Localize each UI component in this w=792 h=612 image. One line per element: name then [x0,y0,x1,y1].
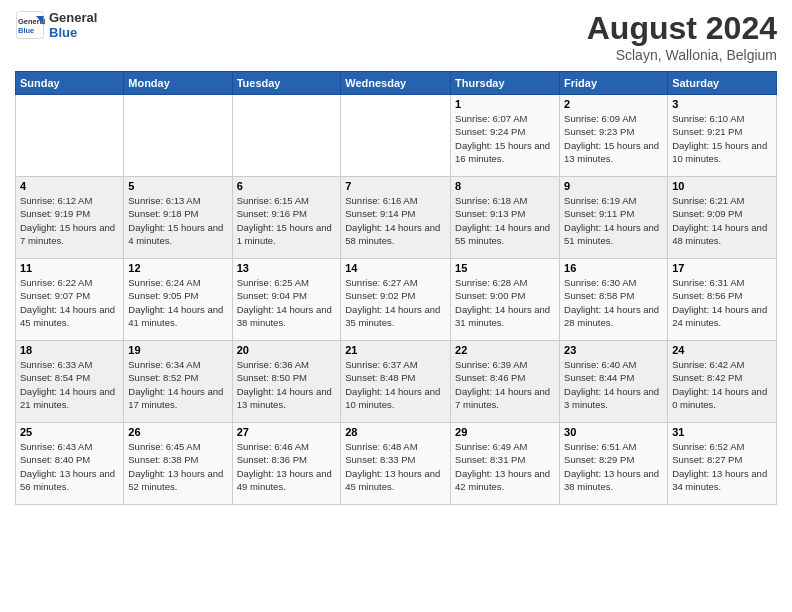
calendar-cell [124,95,232,177]
calendar-header: SundayMondayTuesdayWednesdayThursdayFrid… [16,72,777,95]
calendar-cell: 7Sunrise: 6:16 AM Sunset: 9:14 PM Daylig… [341,177,451,259]
day-number: 4 [20,180,119,192]
day-number: 16 [564,262,663,274]
day-number: 23 [564,344,663,356]
page: General Blue General Blue August 2024 Sc… [0,0,792,612]
calendar-cell: 15Sunrise: 6:28 AM Sunset: 9:00 PM Dayli… [451,259,560,341]
calendar-cell: 22Sunrise: 6:39 AM Sunset: 8:46 PM Dayli… [451,341,560,423]
day-info: Sunrise: 6:36 AM Sunset: 8:50 PM Dayligh… [237,358,337,411]
svg-text:Blue: Blue [18,26,34,35]
day-number: 1 [455,98,555,110]
day-info: Sunrise: 6:15 AM Sunset: 9:16 PM Dayligh… [237,194,337,247]
day-number: 22 [455,344,555,356]
day-info: Sunrise: 6:12 AM Sunset: 9:19 PM Dayligh… [20,194,119,247]
subtitle: Sclayn, Wallonia, Belgium [587,47,777,63]
day-info: Sunrise: 6:18 AM Sunset: 9:13 PM Dayligh… [455,194,555,247]
calendar-cell: 26Sunrise: 6:45 AM Sunset: 8:38 PM Dayli… [124,423,232,505]
logo-blue: Blue [49,25,97,40]
calendar-cell: 29Sunrise: 6:49 AM Sunset: 8:31 PM Dayli… [451,423,560,505]
day-info: Sunrise: 6:33 AM Sunset: 8:54 PM Dayligh… [20,358,119,411]
calendar-cell: 6Sunrise: 6:15 AM Sunset: 9:16 PM Daylig… [232,177,341,259]
day-info: Sunrise: 6:13 AM Sunset: 9:18 PM Dayligh… [128,194,227,247]
calendar-cell: 20Sunrise: 6:36 AM Sunset: 8:50 PM Dayli… [232,341,341,423]
day-info: Sunrise: 6:34 AM Sunset: 8:52 PM Dayligh… [128,358,227,411]
day-info: Sunrise: 6:25 AM Sunset: 9:04 PM Dayligh… [237,276,337,329]
calendar-cell: 18Sunrise: 6:33 AM Sunset: 8:54 PM Dayli… [16,341,124,423]
day-info: Sunrise: 6:28 AM Sunset: 9:00 PM Dayligh… [455,276,555,329]
day-info: Sunrise: 6:07 AM Sunset: 9:24 PM Dayligh… [455,112,555,165]
day-info: Sunrise: 6:51 AM Sunset: 8:29 PM Dayligh… [564,440,663,493]
calendar-cell: 25Sunrise: 6:43 AM Sunset: 8:40 PM Dayli… [16,423,124,505]
day-info: Sunrise: 6:40 AM Sunset: 8:44 PM Dayligh… [564,358,663,411]
calendar-cell: 4Sunrise: 6:12 AM Sunset: 9:19 PM Daylig… [16,177,124,259]
logo: General Blue General Blue [15,10,97,40]
day-info: Sunrise: 6:49 AM Sunset: 8:31 PM Dayligh… [455,440,555,493]
day-number: 11 [20,262,119,274]
calendar-cell: 17Sunrise: 6:31 AM Sunset: 8:56 PM Dayli… [668,259,777,341]
calendar-cell: 5Sunrise: 6:13 AM Sunset: 9:18 PM Daylig… [124,177,232,259]
logo-general: General [49,10,97,25]
day-info: Sunrise: 6:09 AM Sunset: 9:23 PM Dayligh… [564,112,663,165]
weekday-sunday: Sunday [16,72,124,95]
day-info: Sunrise: 6:52 AM Sunset: 8:27 PM Dayligh… [672,440,772,493]
calendar-week-4: 18Sunrise: 6:33 AM Sunset: 8:54 PM Dayli… [16,341,777,423]
day-info: Sunrise: 6:31 AM Sunset: 8:56 PM Dayligh… [672,276,772,329]
day-info: Sunrise: 6:39 AM Sunset: 8:46 PM Dayligh… [455,358,555,411]
day-info: Sunrise: 6:10 AM Sunset: 9:21 PM Dayligh… [672,112,772,165]
calendar-cell [16,95,124,177]
calendar-cell: 3Sunrise: 6:10 AM Sunset: 9:21 PM Daylig… [668,95,777,177]
weekday-thursday: Thursday [451,72,560,95]
day-info: Sunrise: 6:46 AM Sunset: 8:36 PM Dayligh… [237,440,337,493]
day-number: 12 [128,262,227,274]
weekday-friday: Friday [560,72,668,95]
calendar-cell: 9Sunrise: 6:19 AM Sunset: 9:11 PM Daylig… [560,177,668,259]
calendar-week-1: 1Sunrise: 6:07 AM Sunset: 9:24 PM Daylig… [16,95,777,177]
day-number: 6 [237,180,337,192]
calendar-cell: 28Sunrise: 6:48 AM Sunset: 8:33 PM Dayli… [341,423,451,505]
day-number: 26 [128,426,227,438]
day-number: 18 [20,344,119,356]
day-number: 9 [564,180,663,192]
calendar-cell [341,95,451,177]
day-info: Sunrise: 6:45 AM Sunset: 8:38 PM Dayligh… [128,440,227,493]
calendar-cell: 31Sunrise: 6:52 AM Sunset: 8:27 PM Dayli… [668,423,777,505]
calendar-body: 1Sunrise: 6:07 AM Sunset: 9:24 PM Daylig… [16,95,777,505]
calendar-cell: 21Sunrise: 6:37 AM Sunset: 8:48 PM Dayli… [341,341,451,423]
day-number: 21 [345,344,446,356]
weekday-monday: Monday [124,72,232,95]
weekday-header-row: SundayMondayTuesdayWednesdayThursdayFrid… [16,72,777,95]
calendar-week-3: 11Sunrise: 6:22 AM Sunset: 9:07 PM Dayli… [16,259,777,341]
day-info: Sunrise: 6:19 AM Sunset: 9:11 PM Dayligh… [564,194,663,247]
day-number: 31 [672,426,772,438]
calendar-cell: 12Sunrise: 6:24 AM Sunset: 9:05 PM Dayli… [124,259,232,341]
calendar-week-5: 25Sunrise: 6:43 AM Sunset: 8:40 PM Dayli… [16,423,777,505]
day-number: 25 [20,426,119,438]
weekday-tuesday: Tuesday [232,72,341,95]
calendar-cell: 14Sunrise: 6:27 AM Sunset: 9:02 PM Dayli… [341,259,451,341]
calendar-cell: 13Sunrise: 6:25 AM Sunset: 9:04 PM Dayli… [232,259,341,341]
header: General Blue General Blue August 2024 Sc… [15,10,777,63]
day-number: 19 [128,344,227,356]
day-number: 17 [672,262,772,274]
day-info: Sunrise: 6:24 AM Sunset: 9:05 PM Dayligh… [128,276,227,329]
calendar-cell: 2Sunrise: 6:09 AM Sunset: 9:23 PM Daylig… [560,95,668,177]
calendar-cell: 23Sunrise: 6:40 AM Sunset: 8:44 PM Dayli… [560,341,668,423]
calendar-cell: 8Sunrise: 6:18 AM Sunset: 9:13 PM Daylig… [451,177,560,259]
day-info: Sunrise: 6:16 AM Sunset: 9:14 PM Dayligh… [345,194,446,247]
calendar-cell: 19Sunrise: 6:34 AM Sunset: 8:52 PM Dayli… [124,341,232,423]
day-info: Sunrise: 6:43 AM Sunset: 8:40 PM Dayligh… [20,440,119,493]
day-info: Sunrise: 6:30 AM Sunset: 8:58 PM Dayligh… [564,276,663,329]
calendar-cell: 10Sunrise: 6:21 AM Sunset: 9:09 PM Dayli… [668,177,777,259]
day-number: 15 [455,262,555,274]
day-number: 10 [672,180,772,192]
calendar-cell: 30Sunrise: 6:51 AM Sunset: 8:29 PM Dayli… [560,423,668,505]
day-number: 3 [672,98,772,110]
logo-icon: General Blue [15,10,45,40]
day-info: Sunrise: 6:27 AM Sunset: 9:02 PM Dayligh… [345,276,446,329]
day-number: 30 [564,426,663,438]
day-number: 13 [237,262,337,274]
calendar-week-2: 4Sunrise: 6:12 AM Sunset: 9:19 PM Daylig… [16,177,777,259]
day-number: 29 [455,426,555,438]
weekday-wednesday: Wednesday [341,72,451,95]
day-number: 7 [345,180,446,192]
